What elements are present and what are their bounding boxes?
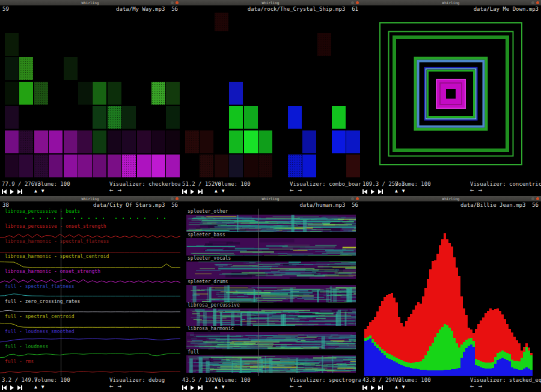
previous-track-button[interactable] bbox=[362, 385, 367, 390]
visualizer-next-button[interactable]: → bbox=[478, 187, 483, 194]
debug-visualizer: librosa_percussive - beatslibrosa_percus… bbox=[0, 209, 180, 376]
grid-cell bbox=[93, 130, 106, 153]
volume-up-button[interactable]: ▲ bbox=[215, 188, 218, 194]
visualizer-prev-button[interactable]: ← bbox=[470, 383, 474, 390]
volume-down-button[interactable]: ▼ bbox=[402, 384, 405, 390]
grid-cell bbox=[19, 82, 33, 105]
volume-label: Volume: 100 bbox=[215, 181, 251, 187]
minimize-button[interactable] bbox=[531, 197, 534, 200]
visualizer-next-button[interactable]: → bbox=[298, 383, 302, 390]
equalizer-visualizer bbox=[361, 209, 541, 376]
volume-down-button[interactable]: ▼ bbox=[222, 188, 225, 194]
spectrogram-strip-label: spleeter_other bbox=[188, 209, 361, 215]
grid-cell bbox=[5, 57, 19, 80]
window-buttons bbox=[531, 197, 539, 200]
volume-up-button[interactable]: ▲ bbox=[215, 384, 218, 390]
grid-cell bbox=[229, 155, 243, 177]
grid-cell bbox=[229, 106, 243, 129]
window-titlebar[interactable]: Whirling bbox=[0, 0, 180, 5]
visualizer-prev-button[interactable]: ← bbox=[109, 383, 114, 390]
previous-track-button[interactable] bbox=[182, 189, 187, 194]
visualizer-prev-button[interactable]: ← bbox=[109, 187, 114, 194]
volume-up-button[interactable]: ▲ bbox=[395, 384, 398, 390]
play-icon bbox=[371, 385, 374, 390]
next-track-button[interactable] bbox=[17, 385, 22, 390]
close-button[interactable] bbox=[536, 1, 539, 4]
visualizer-next-button[interactable]: → bbox=[478, 383, 483, 390]
spectrogram-strip bbox=[186, 285, 356, 302]
pane-header: 38 data/City Of Stars.mp3 56 bbox=[0, 201, 180, 209]
window-titlebar[interactable]: Whirling bbox=[361, 196, 541, 201]
grid-cell bbox=[258, 130, 272, 153]
next-track-button[interactable] bbox=[378, 189, 383, 194]
window-titlebar[interactable]: Whirling bbox=[0, 196, 180, 201]
visualizer-next-button[interactable]: → bbox=[118, 187, 122, 194]
minimize-button[interactable] bbox=[171, 1, 174, 4]
minimize-button[interactable] bbox=[351, 1, 354, 4]
volume-up-button[interactable]: ▲ bbox=[34, 384, 37, 390]
window-titlebar[interactable]: Whirling bbox=[361, 0, 541, 5]
previous-track-button[interactable] bbox=[182, 385, 187, 390]
next-track-button[interactable] bbox=[378, 385, 383, 390]
debug-series-chart bbox=[0, 260, 180, 269]
volume-label: Volume: 100 bbox=[215, 377, 251, 383]
next-track-button[interactable] bbox=[198, 189, 203, 194]
close-button[interactable] bbox=[356, 1, 359, 4]
grid-cell bbox=[122, 106, 136, 129]
visualizer-next-button[interactable]: → bbox=[118, 383, 122, 390]
play-button[interactable] bbox=[191, 385, 194, 390]
previous-icon bbox=[183, 385, 187, 390]
spectrogram-strip-label: spleeter_drums bbox=[188, 279, 361, 285]
play-button[interactable] bbox=[371, 189, 374, 194]
grid-cell bbox=[19, 57, 33, 80]
next-track-button[interactable] bbox=[17, 189, 22, 194]
track-name: data/human.mp3 56 bbox=[299, 202, 358, 208]
debug-series-label: librosa_harmonic - spectral_flatness bbox=[5, 239, 180, 245]
close-button[interactable] bbox=[536, 197, 539, 200]
volume-down-button[interactable]: ▼ bbox=[41, 188, 44, 194]
visualizer-next-button[interactable]: → bbox=[298, 187, 302, 194]
previous-track-button[interactable] bbox=[2, 385, 7, 390]
close-button[interactable] bbox=[176, 197, 179, 200]
media-controls bbox=[2, 189, 22, 194]
grid-cell bbox=[93, 82, 106, 105]
next-track-button[interactable] bbox=[198, 385, 203, 390]
debug-series-chart bbox=[0, 245, 180, 254]
minimize-button[interactable] bbox=[171, 197, 174, 200]
visualizer-window-checkerboard: Whirling data/rock/The_Crystal_Ship.mp3 … bbox=[180, 0, 361, 196]
play-button[interactable] bbox=[10, 189, 14, 194]
visualizer-prev-button[interactable]: ← bbox=[470, 187, 474, 194]
minimize-button[interactable] bbox=[531, 1, 534, 4]
play-button[interactable] bbox=[371, 385, 374, 390]
window-titlebar[interactable]: Whirling bbox=[180, 196, 361, 201]
grid-cell bbox=[49, 130, 63, 153]
close-button[interactable] bbox=[356, 197, 359, 200]
grid-cell bbox=[78, 130, 92, 153]
grid-cell bbox=[49, 155, 63, 177]
debug-series-row: full - loudness bbox=[0, 344, 180, 359]
play-button[interactable] bbox=[191, 189, 194, 194]
volume-down-button[interactable]: ▼ bbox=[41, 384, 44, 390]
previous-track-button[interactable] bbox=[2, 189, 7, 194]
visualizer-prev-button[interactable]: ← bbox=[290, 383, 294, 390]
volume-down-button[interactable]: ▼ bbox=[222, 384, 225, 390]
volume-controls: ▲ ▼ bbox=[34, 384, 44, 390]
grid-cell bbox=[258, 155, 272, 177]
volume-up-button[interactable]: ▲ bbox=[395, 188, 398, 194]
previous-track-button[interactable] bbox=[362, 189, 367, 194]
volume-up-button[interactable]: ▲ bbox=[34, 188, 37, 194]
grid-cell bbox=[5, 106, 19, 129]
close-button[interactable] bbox=[176, 1, 179, 4]
play-icon bbox=[10, 385, 14, 390]
visualizer-window-squares: Whirling data/Lay Me Down.mp3 109.3 / 25… bbox=[361, 0, 541, 196]
visualizer-prev-button[interactable]: ← bbox=[290, 187, 294, 194]
debug-series-chart bbox=[0, 305, 180, 314]
volume-down-button[interactable]: ▼ bbox=[402, 188, 405, 194]
debug-series-label: librosa_harmonic - spectral_centroid bbox=[5, 254, 180, 260]
minimize-button[interactable] bbox=[351, 197, 354, 200]
track-name: data/rock/The_Crystal_Ship.mp3 61 bbox=[248, 6, 358, 12]
window-titlebar[interactable]: Whirling bbox=[180, 0, 361, 5]
status-bar: 51.2 / 152.0 Volume: 100 Visualizer: com… bbox=[180, 180, 361, 196]
play-button[interactable] bbox=[10, 385, 14, 390]
track-name: data/My Way.mp3 56 bbox=[116, 6, 178, 12]
